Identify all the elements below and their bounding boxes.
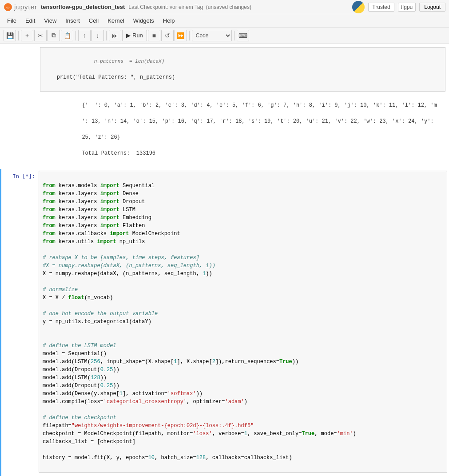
- add-cell-button[interactable]: +: [21, 30, 33, 41]
- toolbar: 💾 + ✂ ⧉ 📋 ↑ ↓ ⏭ ▶ Run ■ ↺ ⏩ Code Markdow…: [0, 28, 449, 44]
- keyboard-shortcuts-button[interactable]: ⌨: [237, 30, 249, 41]
- prev-cell-input: n_patterns = len(dataX) print("Total Pat…: [1, 44, 449, 169]
- run-button[interactable]: ▶ Run: [122, 30, 147, 41]
- cut-button[interactable]: ✂: [34, 30, 47, 41]
- toolbar-sep-2: [75, 31, 76, 40]
- restart-button[interactable]: ↺: [161, 30, 174, 41]
- run-icon: ▶: [126, 32, 131, 39]
- prev-output-text: n_patterns = len(dataX) print("Total Pat…: [40, 47, 445, 92]
- active-cell-input: In [*]: from keras.models import Sequent…: [1, 169, 449, 476]
- checkpoint-info: Last Checkpoint: vor einem Tag (unsaved …: [128, 4, 251, 10]
- code-editor[interactable]: from keras.models import Sequential from…: [39, 171, 447, 473]
- svg-text:∞: ∞: [6, 4, 9, 9]
- trusted-badge: Trusted: [368, 3, 394, 12]
- toolbar-sep-5: [234, 31, 234, 40]
- move-up-button[interactable]: ↑: [78, 30, 91, 41]
- active-cell-code-content: from keras.models import Sequential from…: [37, 169, 449, 476]
- move-down-button[interactable]: ↓: [91, 30, 104, 41]
- fast-forward-button[interactable]: ⏭: [109, 30, 121, 41]
- stop-button[interactable]: ■: [148, 30, 160, 41]
- prev-cell-output: n_patterns = len(dataX) print("Total Pat…: [38, 45, 447, 167]
- menu-bar: File Edit View Insert Cell Kernel Widget…: [0, 14, 449, 28]
- top-bar-right: Trusted tfgpu Logout: [352, 1, 445, 13]
- menu-kernel[interactable]: Kernel: [104, 16, 128, 25]
- prev-cell: n_patterns = len(dataX) print("Total Pat…: [0, 44, 449, 169]
- menu-file[interactable]: File: [4, 16, 20, 25]
- toolbar-sep-4: [189, 31, 190, 40]
- logout-button[interactable]: Logout: [419, 3, 445, 12]
- toolbar-sep-1: [18, 31, 19, 40]
- jupyter-icon: ∞: [4, 3, 12, 12]
- prev-cell-content: n_patterns = len(dataX) print("Total Pat…: [36, 44, 449, 169]
- paste-button[interactable]: 📋: [61, 30, 73, 41]
- active-code-cell[interactable]: In [*]: from keras.models import Sequent…: [0, 169, 449, 476]
- notebook-title: tensorflow-gpu_detection_test: [41, 4, 125, 10]
- menu-cell[interactable]: Cell: [85, 16, 102, 25]
- menu-help[interactable]: Help: [159, 16, 179, 25]
- prev-output-dict: {' ': 0, 'a': 1, 'b': 2, 'c': 3, 'd': 4,…: [40, 92, 445, 165]
- run-label: Run: [132, 32, 143, 39]
- restart-run-all-button[interactable]: ⏩: [175, 30, 187, 41]
- python-icon: [352, 1, 365, 13]
- save-button[interactable]: 💾: [4, 30, 16, 41]
- jupyter-logo: ∞ jupyter: [4, 3, 37, 12]
- menu-edit[interactable]: Edit: [22, 16, 39, 25]
- active-cell-prompt: In [*]:: [1, 169, 37, 476]
- copy-button[interactable]: ⧉: [48, 30, 60, 41]
- top-bar: ∞ jupyter tensorflow-gpu_detection_test …: [0, 0, 449, 14]
- menu-insert[interactable]: Insert: [62, 16, 83, 25]
- toolbar-sep-3: [106, 31, 107, 40]
- menu-view[interactable]: View: [40, 16, 60, 25]
- kernel-display: tfgpu: [398, 3, 416, 12]
- prev-cell-prompt: [1, 44, 36, 169]
- menu-widgets[interactable]: Widgets: [130, 16, 158, 25]
- notebook-content: n_patterns = len(dataX) print("Total Pat…: [0, 44, 449, 476]
- cell-type-select[interactable]: Code Markdown Raw NBConvert: [192, 30, 232, 41]
